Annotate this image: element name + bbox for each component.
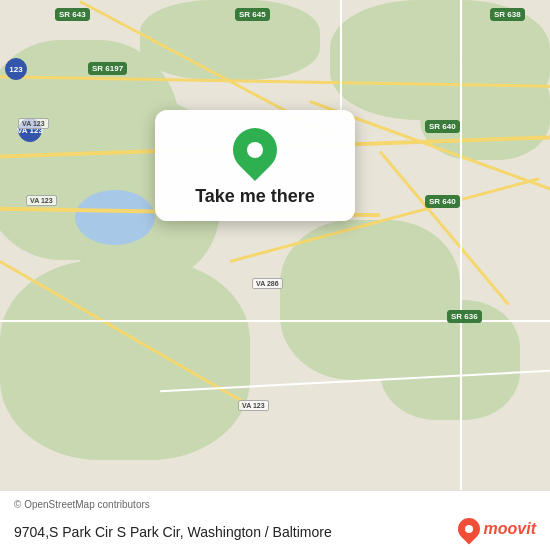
road-label-123: 123 [5, 58, 27, 80]
take-me-there-button[interactable]: Take me there [195, 186, 315, 207]
road-label-va123-mid: VA 123 [26, 195, 57, 206]
road-label-va286: VA 286 [252, 278, 283, 289]
moovit-logo: moovit [458, 518, 536, 540]
road [460, 0, 462, 490]
moovit-brand-text: moovit [484, 520, 536, 538]
location-pin-icon [224, 119, 286, 181]
address-text: 9704,S Park Cir S Park Cir, Washington /… [14, 524, 332, 540]
park-area [0, 260, 250, 460]
road-label-sr6197: SR 6197 [88, 62, 127, 75]
road-label-sr643: SR 643 [55, 8, 90, 21]
road-label-sr640-top: SR 640 [425, 120, 460, 133]
road-label-va123-bot: VA 123 [238, 400, 269, 411]
road-label-sr636: SR 636 [447, 310, 482, 323]
park-area [420, 60, 550, 160]
map-popup: Take me there [155, 110, 355, 221]
map-container[interactable]: SR 643 SR 645 SR 638 123 SR 6197 VA 123 … [0, 0, 550, 490]
moovit-pin-icon [453, 513, 484, 544]
copyright-text: © OpenStreetMap contributors [14, 499, 150, 510]
park-area [140, 0, 320, 80]
road-label-sr640-mid: SR 640 [425, 195, 460, 208]
road-label-sr645: SR 645 [235, 8, 270, 21]
road-label-va123-top: VA 123 [18, 118, 49, 129]
road-label-sr638: SR 638 [490, 8, 525, 21]
water-area [75, 190, 155, 245]
bottom-bar: © OpenStreetMap contributors 9704,S Park… [0, 490, 550, 550]
